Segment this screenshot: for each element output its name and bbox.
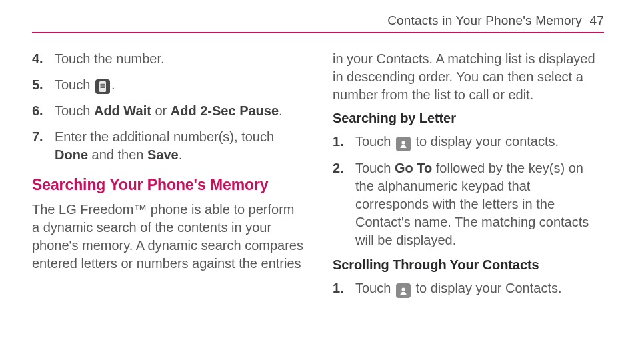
header-section-title: Contacts in Your Phone's Memory (387, 13, 582, 27)
step-number: 4. (32, 50, 55, 68)
step-text-mid: and then (88, 147, 147, 162)
step-7: 7. Enter the additional number(s), touch… (32, 128, 303, 164)
step-body: Touch Go To followed by the key(s) on th… (355, 159, 604, 249)
paragraph-continuation: in your Contacts. A matching list is dis… (333, 50, 604, 104)
svg-rect-3 (100, 85, 105, 86)
subheading-searching-by-letter: Searching by Letter (333, 111, 604, 126)
step-6: 6. Touch Add Wait or Add 2-Sec Pause. (32, 102, 303, 120)
svg-rect-4 (100, 87, 105, 88)
step-number: 6. (32, 102, 55, 120)
step-number: 7. (32, 128, 55, 146)
step-number: 1. (333, 279, 355, 297)
ui-label-go-to: Go To (395, 161, 432, 175)
step-body: Touch to display your contacts. (355, 133, 604, 151)
step-text-pre: Touch (55, 103, 94, 118)
step-body: Enter the additional number(s), touch Do… (55, 128, 303, 164)
step-4: 4. Touch the number. (32, 50, 303, 68)
keypad-icon (95, 79, 110, 94)
step-letter-1: 1. Touch to display your contacts. (333, 133, 604, 151)
step-body: Touch . (55, 76, 303, 94)
step-text-pre: Enter the additional number(s), touch (55, 129, 274, 144)
content-columns: 4. Touch the number. 5. Touch . 6. Touch… (32, 50, 604, 306)
step-body: Touch Add Wait or Add 2-Sec Pause. (55, 102, 303, 120)
subheading-scrolling-contacts: Scrolling Through Your Contacts (333, 257, 604, 273)
step-text-post: to display your Contacts. (412, 281, 562, 295)
steps-searching-by-letter: 1. Touch to display your contacts. 2. To… (333, 133, 604, 249)
svg-rect-2 (100, 84, 105, 85)
page-header: Contacts in Your Phone's Memory 47 (32, 13, 604, 33)
step-text-mid: or (151, 103, 171, 118)
step-text-pre: Touch (355, 161, 395, 175)
contact-icon (396, 283, 411, 298)
step-text-post: to display your contacts. (412, 134, 559, 149)
paragraph-dynamic-search: The LG Freedom™ phone is able to perform… (32, 201, 303, 273)
ui-label-add-wait: Add Wait (94, 103, 151, 118)
svg-point-5 (401, 141, 405, 144)
ui-label-save: Save (147, 147, 179, 162)
contact-icon (396, 137, 411, 151)
page-number: 47 (589, 13, 604, 27)
step-number: 1. (333, 133, 355, 151)
step-text-post: . (179, 147, 183, 162)
step-text-pre: Touch (355, 134, 395, 149)
ui-label-done: Done (55, 147, 88, 162)
steps-scrolling-contacts: 1. Touch to display your Contacts. (333, 279, 604, 298)
ui-label-add-2-sec-pause: Add 2-Sec Pause (171, 103, 279, 118)
step-text-post: . (111, 77, 115, 92)
step-5: 5. Touch . (32, 76, 303, 94)
heading-searching-memory: Searching Your Phone's Memory (32, 176, 303, 194)
step-letter-2: 2. Touch Go To followed by the key(s) on… (333, 159, 604, 249)
steps-list-continued: 4. Touch the number. 5. Touch . 6. Touch… (32, 50, 303, 164)
step-body: Touch to display your Contacts. (355, 279, 604, 298)
manual-page: Contacts in Your Phone's Memory 47 4. To… (0, 0, 636, 364)
left-column: 4. Touch the number. 5. Touch . 6. Touch… (32, 50, 303, 306)
svg-point-6 (401, 287, 405, 291)
step-text-pre: Touch (355, 281, 395, 295)
step-text-pre: Touch (55, 77, 94, 92)
step-number: 2. (333, 159, 355, 177)
right-column: in your Contacts. A matching list is dis… (333, 50, 604, 306)
svg-rect-1 (100, 83, 105, 83)
step-number: 5. (32, 76, 55, 94)
step-text-post: . (279, 103, 283, 118)
step-scroll-1: 1. Touch to display your Contacts. (333, 279, 604, 298)
step-text: Touch the number. (55, 50, 303, 68)
